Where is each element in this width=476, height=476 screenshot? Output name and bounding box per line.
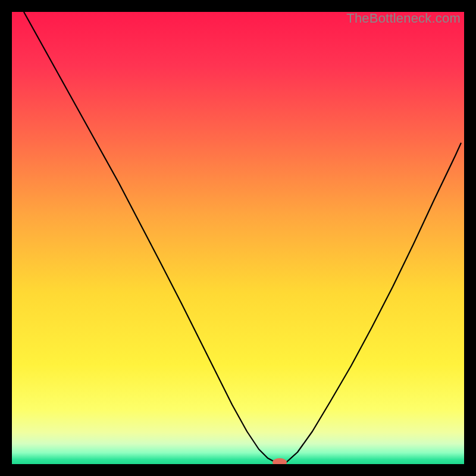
chart-frame: TheBottleneck.com	[12, 12, 464, 464]
bottleneck-plot	[12, 12, 464, 464]
plot-background	[12, 12, 464, 464]
watermark-text: TheBottleneck.com	[346, 11, 461, 26]
